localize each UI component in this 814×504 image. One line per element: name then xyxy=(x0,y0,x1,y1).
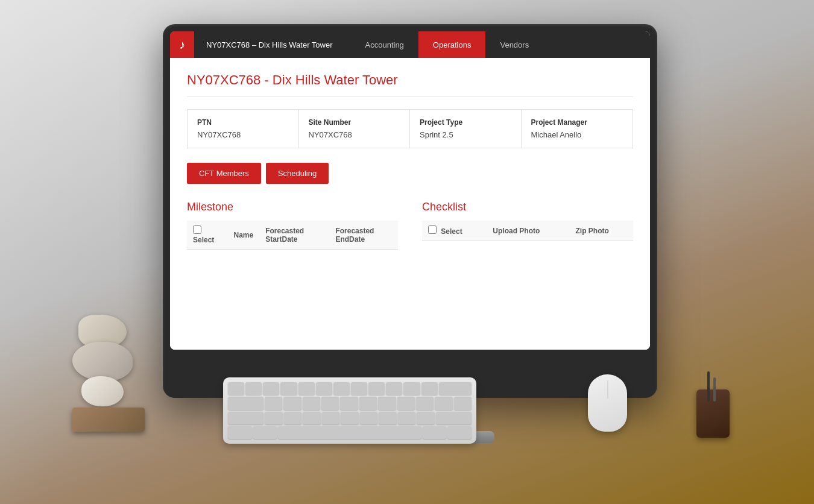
spacebar-key xyxy=(278,426,421,439)
action-buttons: CFT Members Scheduling xyxy=(187,163,633,184)
key xyxy=(368,382,385,395)
key xyxy=(436,412,472,424)
nav-tabs: Accounting Operations Vendors xyxy=(351,31,544,58)
key xyxy=(303,412,321,424)
key xyxy=(398,412,416,424)
milestone-col-name: Name xyxy=(227,221,259,250)
info-cell-project-manager: Project Manager Michael Anello xyxy=(522,110,633,148)
pen xyxy=(707,371,710,402)
key xyxy=(316,382,332,395)
scheduling-button[interactable]: Scheduling xyxy=(266,163,329,184)
key xyxy=(360,412,378,424)
keyboard xyxy=(223,377,476,444)
mouse xyxy=(588,374,627,432)
info-cell-ptn: PTN NY07XC768 xyxy=(188,110,299,148)
checklist-select-all-checkbox[interactable] xyxy=(428,225,437,234)
app-logo: ♪ xyxy=(170,31,194,58)
key-row-4 xyxy=(228,426,472,439)
milestone-col-start: Forecasted StartDate xyxy=(259,221,329,250)
key xyxy=(359,397,377,409)
checklist-title: Checklist xyxy=(422,201,633,213)
key xyxy=(351,382,367,395)
key xyxy=(403,382,420,395)
project-type-value: Sprint 2.5 xyxy=(420,130,511,139)
site-number-value: NY07XC768 xyxy=(309,130,400,139)
project-manager-value: Michael Anello xyxy=(531,130,623,139)
page-title: NY07XC768 - Dix Hills Water Tower xyxy=(187,72,633,97)
key xyxy=(263,382,279,395)
project-manager-label: Project Manager xyxy=(531,118,623,127)
key xyxy=(322,412,340,424)
checklist-table: Select Upload Photo Zip Photo xyxy=(422,221,633,241)
key xyxy=(379,412,397,424)
key xyxy=(228,397,263,409)
app-container: ♪ NY07XC768 – Dix Hills Water Tower Acco… xyxy=(170,31,650,350)
content-area: NY07XC768 - Dix Hills Water Tower PTN NY… xyxy=(170,58,650,350)
checklist-col-select: Select xyxy=(422,221,487,241)
site-number-label: Site Number xyxy=(309,118,400,127)
milestone-col-select: Select xyxy=(187,221,227,250)
logo-icon: ♪ xyxy=(179,38,185,52)
key xyxy=(447,426,472,439)
key xyxy=(280,382,297,395)
project-type-label: Project Type xyxy=(420,118,511,127)
key xyxy=(228,382,244,395)
checklist-header-row: Select Upload Photo Zip Photo xyxy=(422,221,633,241)
key-row-1 xyxy=(228,382,472,395)
ptn-value: NY07XC768 xyxy=(197,130,289,139)
milestone-table: Select Name Forecasted StartDate Forecas… xyxy=(187,221,398,250)
key xyxy=(435,397,452,409)
key xyxy=(378,397,396,409)
key xyxy=(245,382,262,395)
key xyxy=(283,397,301,409)
key xyxy=(228,412,263,424)
key xyxy=(423,426,447,439)
milestone-header-row: Select Name Forecasted StartDate Forecas… xyxy=(187,221,398,250)
key xyxy=(416,397,434,409)
key xyxy=(265,412,283,424)
rock-decoration xyxy=(72,315,145,432)
key xyxy=(303,397,320,409)
key xyxy=(439,382,472,395)
key xyxy=(228,426,252,439)
pen-cup xyxy=(696,389,730,438)
key xyxy=(321,397,339,409)
key-row-3 xyxy=(228,412,472,424)
ptn-label: PTN xyxy=(197,118,289,127)
key xyxy=(417,412,435,424)
tab-accounting[interactable]: Accounting xyxy=(351,31,418,58)
key xyxy=(340,397,358,409)
key xyxy=(284,412,302,424)
info-cell-project-type: Project Type Sprint 2.5 xyxy=(410,110,522,148)
key-row-2 xyxy=(228,397,472,409)
key xyxy=(333,382,350,395)
monitor: ♪ NY07XC768 – Dix Hills Water Tower Acco… xyxy=(163,24,657,398)
key xyxy=(397,397,415,409)
key xyxy=(253,426,277,439)
nav-bar: ♪ NY07XC768 – Dix Hills Water Tower Acco… xyxy=(170,31,650,58)
checklist-col-upload: Upload Photo xyxy=(487,221,569,241)
milestone-select-all-checkbox[interactable] xyxy=(193,225,201,234)
checklist-section: Checklist Select Upload Photo Zip Photo xyxy=(422,201,633,250)
info-cell-site-number: Site Number NY07XC768 xyxy=(299,110,411,148)
monitor-screen: ♪ NY07XC768 – Dix Hills Water Tower Acco… xyxy=(170,31,650,350)
key xyxy=(454,397,472,409)
checklist-col-zip: Zip Photo xyxy=(570,221,633,241)
tab-vendors[interactable]: Vendors xyxy=(485,31,543,58)
nav-project-title: NY07XC768 – Dix Hills Water Tower xyxy=(194,40,345,49)
tab-operations[interactable]: Operations xyxy=(418,31,486,58)
info-grid: PTN NY07XC768 Site Number NY07XC768 Proj… xyxy=(187,109,633,148)
key xyxy=(386,382,402,395)
key xyxy=(298,382,315,395)
keyboard-keys xyxy=(228,382,472,439)
key xyxy=(265,397,282,409)
pen-2 xyxy=(713,377,716,402)
key xyxy=(421,382,438,395)
key xyxy=(341,412,359,424)
sections-row: Milestone Select Name Forecasted StartDa xyxy=(187,201,633,250)
milestone-col-end: Forecasted EndDate xyxy=(329,221,398,250)
milestone-title: Milestone xyxy=(187,201,398,213)
cft-members-button[interactable]: CFT Members xyxy=(187,163,261,184)
milestone-section: Milestone Select Name Forecasted StartDa xyxy=(187,201,398,250)
